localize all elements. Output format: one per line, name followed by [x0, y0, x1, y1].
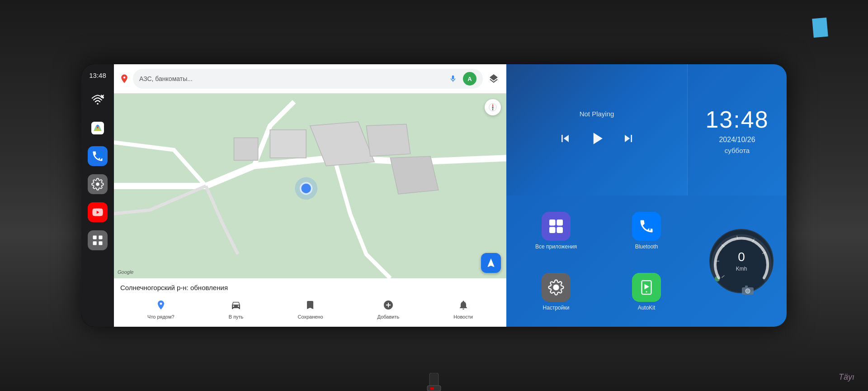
nearby-button[interactable]: Что рядом? — [144, 296, 178, 321]
media-panel: Not Playing — [506, 64, 687, 196]
svg-point-4 — [97, 127, 99, 129]
sidebar-item-youtube[interactable] — [88, 202, 108, 222]
svg-rect-8 — [99, 236, 102, 239]
sidebar-item-grid[interactable] — [88, 230, 108, 250]
media-controls — [558, 127, 636, 150]
svg-rect-25 — [557, 227, 563, 233]
svg-rect-43 — [430, 387, 434, 390]
svg-rect-10 — [99, 241, 102, 245]
svg-point-26 — [554, 285, 559, 290]
clock-day: суббота — [725, 147, 750, 154]
play-button[interactable] — [585, 127, 609, 150]
svg-point-19 — [295, 177, 317, 200]
app-settings[interactable]: Настройки — [514, 264, 599, 319]
add-button[interactable]: Добавить — [374, 296, 403, 321]
svg-point-11 — [123, 76, 126, 79]
svg-point-0 — [97, 103, 99, 105]
right-panel: Not Playing — [506, 64, 787, 327]
search-bar[interactable]: АЗС, банкоматы... A — [133, 69, 483, 89]
app-autokit[interactable]: AutoKit — [604, 264, 689, 319]
svg-rect-24 — [549, 227, 556, 233]
next-button[interactable] — [621, 131, 636, 146]
sidebar: 13:48 — [81, 64, 114, 327]
search-text: АЗС, банкоматы... — [139, 75, 443, 82]
all-apps-icon — [542, 212, 571, 241]
speed-unit: Kmh — [736, 266, 747, 272]
autokit-icon — [632, 273, 661, 302]
svg-rect-22 — [549, 219, 556, 226]
map-header: АЗС, банкоматы... A — [114, 64, 506, 94]
car-bezel: 13:48 — [0, 0, 868, 391]
drive-label: В путь — [229, 314, 244, 319]
top-right-panel: Not Playing — [506, 64, 787, 196]
sidebar-time: 13:48 — [89, 72, 106, 79]
speed-value: 0 Kmh — [736, 250, 747, 272]
map-footer: Солнечногорский р-н: обновления Что рядо… — [114, 278, 506, 327]
app-bluetooth[interactable]: Bluetooth — [604, 203, 689, 258]
apps-grid: Все приложения Bluetooth — [506, 196, 696, 327]
gear-shift — [420, 373, 448, 391]
speedometer: 0 Kmh — [708, 227, 775, 295]
compass-button[interactable] — [485, 99, 501, 115]
now-playing-label: Not Playing — [580, 110, 614, 118]
nearby-icon — [154, 298, 168, 312]
settings-icon — [542, 273, 571, 302]
bottom-right-panel: Все приложения Bluetooth — [506, 196, 787, 327]
layers-button[interactable] — [486, 72, 501, 86]
saved-label: Сохранено — [297, 314, 323, 319]
news-icon — [456, 298, 471, 312]
clock-panel: 13:48 2024/10/26 суббота — [687, 64, 787, 196]
infotainment-screen: 13:48 — [81, 64, 787, 327]
bluetooth-icon — [632, 212, 661, 241]
map-svg — [114, 94, 506, 278]
blue-tape-decoration — [812, 18, 828, 38]
speed-number: 0 — [736, 250, 747, 264]
sidebar-item-wifi[interactable] — [88, 90, 108, 110]
svg-rect-17 — [234, 138, 258, 161]
add-icon — [381, 298, 396, 312]
svg-point-28 — [646, 291, 647, 292]
saved-button[interactable]: Сохранено — [294, 296, 326, 321]
prev-button[interactable] — [558, 131, 572, 146]
svg-rect-40 — [745, 286, 748, 287]
map-canvas[interactable]: Google — [114, 94, 506, 278]
google-maps-icon — [119, 74, 129, 84]
map-section: АЗС, банкоматы... A — [114, 64, 506, 327]
svg-point-21 — [492, 106, 493, 108]
drive-button[interactable]: В путь — [225, 296, 247, 321]
svg-rect-9 — [93, 241, 97, 245]
svg-rect-23 — [557, 219, 563, 226]
news-button[interactable]: Новости — [450, 296, 476, 321]
mic-button[interactable] — [447, 72, 459, 85]
svg-rect-41 — [429, 373, 439, 386]
svg-rect-16 — [270, 130, 306, 158]
svg-rect-7 — [93, 236, 97, 239]
brand-logo: Täyı — [839, 372, 854, 382]
google-watermark: Google — [118, 269, 133, 275]
nearby-label: Что рядом? — [147, 314, 175, 319]
location-title: Солнечногорский р-н: обновления — [120, 284, 500, 291]
sidebar-item-maps[interactable] — [88, 118, 108, 138]
clock-time: 13:48 — [705, 106, 769, 133]
app-all-apps[interactable]: Все приложения — [514, 203, 599, 258]
svg-marker-15 — [390, 156, 438, 194]
clock-date: 2024/10/26 — [719, 136, 755, 144]
svg-point-39 — [747, 290, 749, 292]
drive-icon — [229, 298, 243, 312]
autokit-label: AutoKit — [638, 305, 656, 311]
all-apps-label: Все приложения — [535, 243, 577, 250]
speed-panel: 0 Kmh — [696, 196, 787, 327]
saved-icon — [303, 298, 317, 312]
settings-label: Настройки — [543, 305, 570, 311]
news-label: Новости — [453, 314, 473, 319]
svg-point-5 — [96, 183, 99, 186]
map-actions: Что рядом? В путь — [120, 296, 500, 321]
bluetooth-label: Bluetooth — [635, 243, 658, 250]
navigate-button[interactable] — [481, 253, 501, 273]
svg-marker-29 — [645, 284, 650, 289]
user-avatar[interactable]: A — [463, 72, 476, 86]
sidebar-item-phone[interactable] — [88, 146, 108, 166]
add-label: Добавить — [377, 314, 400, 319]
sidebar-item-settings[interactable] — [88, 174, 108, 194]
svg-marker-14 — [366, 124, 410, 156]
